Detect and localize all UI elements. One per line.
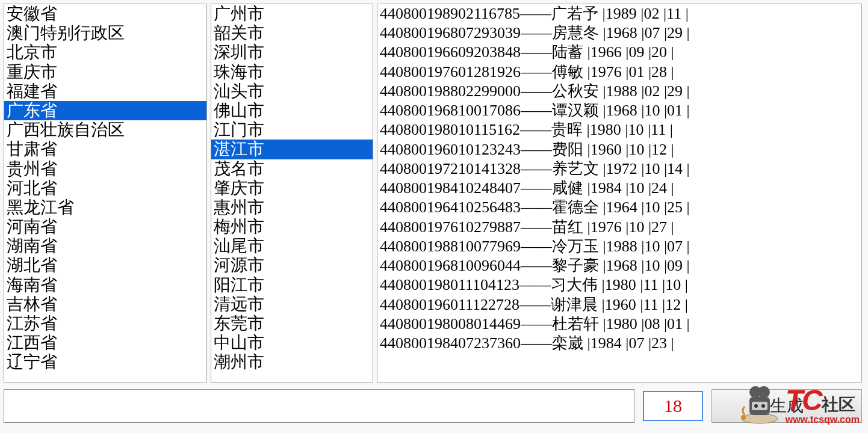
result-item[interactable]: 440800198802299000——公秋安 |1988 |02 |29 | [377,82,861,101]
result-item[interactable]: 440800196011122728——谢津晨 |1960 |11 |12 | [377,295,861,315]
result-item[interactable]: 440800196010123243——费阳 |1960 |10 |12 | [377,140,861,159]
city-item[interactable]: 肇庆市 [211,179,373,198]
city-item[interactable]: 梅州市 [211,217,373,236]
city-item[interactable]: 阳江市 [211,275,373,295]
city-item[interactable]: 汕头市 [211,82,373,101]
province-item[interactable]: 福建省 [4,82,206,101]
province-item[interactable]: 贵州省 [4,159,206,179]
result-item[interactable]: 440800197601281926——傅敏 |1976 |01 |28 | [377,63,861,82]
city-item[interactable]: 珠海市 [211,63,373,82]
province-item[interactable]: 重庆市 [4,63,206,82]
province-item[interactable]: 广西壮族自治区 [4,120,206,140]
province-item[interactable]: 海南省 [4,275,206,295]
result-item[interactable]: 440800196609203848——陆蓄 |1966 |09 |20 | [377,43,861,62]
generate-button[interactable]: 生成 [711,389,862,423]
province-item[interactable]: 澳门特别行政区 [4,23,206,43]
province-item[interactable]: 河北省 [4,179,206,198]
city-listbox[interactable]: 广州市韶关市深圳市珠海市汕头市佛山市江门市湛江市茂名市肇庆市惠州市梅州市汕尾市河… [211,4,373,382]
province-item[interactable]: 湖南省 [4,236,206,256]
province-item[interactable]: 湖北省 [4,256,206,275]
city-item[interactable]: 广州市 [211,4,373,23]
result-item[interactable]: 440800196810017086——谭汉颖 |1968 |10 |01 | [377,101,861,120]
province-item[interactable]: 黑龙江省 [4,198,206,217]
result-item[interactable]: 440800197210141328——养艺文 |1972 |10 |14 | [377,159,861,179]
main-area: 安徽省澳门特别行政区北京市重庆市福建省广东省广西壮族自治区甘肃省贵州省河北省黑龙… [0,0,868,384]
city-item[interactable]: 潮州市 [211,352,373,372]
result-item[interactable]: 440800198902116785——广若予 |1989 |02 |11 | [377,4,861,23]
city-item[interactable]: 河源市 [211,256,373,275]
result-item[interactable]: 440800196410256483——霍德全 |1964 |10 |25 | [377,198,861,217]
province-item[interactable]: 广东省 [4,101,206,120]
bottom-bar: 生成 [0,384,868,428]
province-item[interactable]: 安徽省 [4,4,206,23]
province-item[interactable]: 吉林省 [4,295,206,314]
city-item[interactable]: 江门市 [211,120,373,140]
result-item[interactable]: 440800197610279887——苗红 |1976 |10 |27 | [377,218,861,237]
main-text-input[interactable] [4,389,634,423]
result-item[interactable]: 440800198810077969——冷万玉 |1988 |10 |07 | [377,237,861,256]
result-item[interactable]: 440800198407237360——栾崴 |1984 |07 |23 | [377,334,861,353]
province-item[interactable]: 辽宁省 [4,352,206,372]
result-item[interactable]: 440800198410248407——咸健 |1984 |10 |24 | [377,179,861,198]
city-item[interactable]: 湛江市 [211,140,373,159]
city-item[interactable]: 惠州市 [211,198,373,217]
city-item[interactable]: 茂名市 [211,159,373,179]
city-item[interactable]: 韶关市 [211,23,373,43]
city-item[interactable]: 中山市 [211,333,373,352]
result-item[interactable]: 440800196810096044——黎子豪 |1968 |10 |09 | [377,256,861,275]
result-item[interactable]: 440800198008014469——杜若轩 |1980 |08 |01 | [377,315,861,334]
count-input[interactable] [643,391,703,421]
result-item[interactable]: 440800198010115162——贵晖 |1980 |10 |11 | [377,120,861,140]
city-item[interactable]: 深圳市 [211,43,373,62]
province-item[interactable]: 河南省 [4,217,206,236]
city-item[interactable]: 清远市 [211,295,373,314]
city-item[interactable]: 汕尾市 [211,236,373,256]
province-item[interactable]: 甘肃省 [4,140,206,159]
result-item[interactable]: 440800198011104123——习大伟 |1980 |11 |10 | [377,275,861,295]
province-item[interactable]: 江苏省 [4,314,206,333]
city-item[interactable]: 佛山市 [211,101,373,120]
province-listbox[interactable]: 安徽省澳门特别行政区北京市重庆市福建省广东省广西壮族自治区甘肃省贵州省河北省黑龙… [4,4,207,382]
province-item[interactable]: 江西省 [4,333,206,352]
result-item[interactable]: 440800196807293039——房慧冬 |1968 |07 |29 | [377,23,861,43]
city-item[interactable]: 东莞市 [211,314,373,333]
province-item[interactable]: 北京市 [4,43,206,62]
result-listbox[interactable]: 440800198902116785——广若予 |1989 |02 |11 |4… [377,4,862,382]
